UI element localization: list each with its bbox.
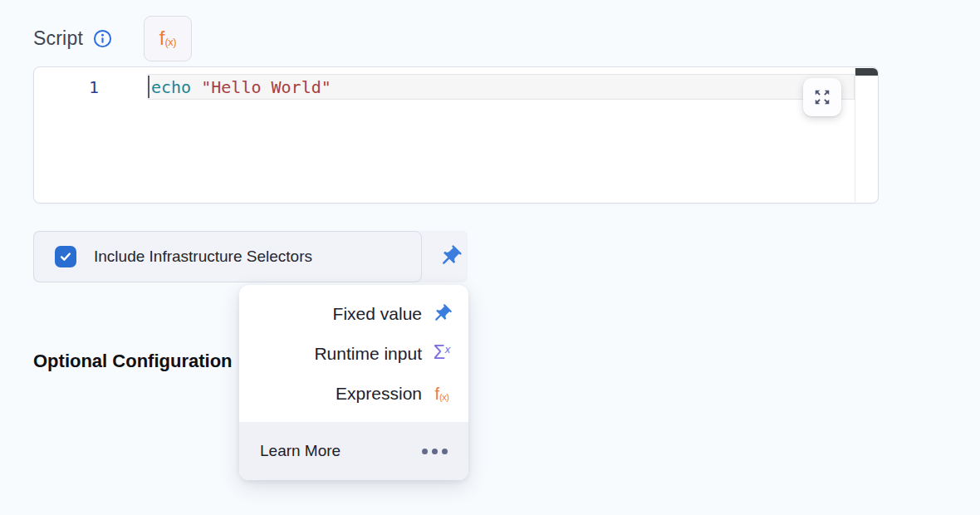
include-infrastructure-selectors-label: Include Infrastructure Selectors bbox=[94, 248, 312, 266]
expression-toggle-button[interactable]: f (x) bbox=[144, 16, 192, 61]
menu-item-expression[interactable]: Expression f(x) bbox=[239, 374, 468, 414]
expand-editor-button[interactable] bbox=[803, 78, 841, 116]
script-header: Script f (x) bbox=[33, 18, 192, 58]
expand-icon bbox=[813, 88, 831, 106]
infrastructure-selectors-row: Include Infrastructure Selectors bbox=[33, 231, 468, 282]
learn-more-label: Learn More bbox=[260, 442, 341, 460]
learn-more-row[interactable]: Learn More bbox=[239, 422, 468, 480]
value-type-menu: Fixed value Runtime input Σx Expression bbox=[239, 285, 468, 480]
value-type-pin-button[interactable] bbox=[438, 244, 463, 269]
menu-item-runtime-input[interactable]: Runtime input Σx bbox=[239, 334, 468, 374]
editor-line-number: 1 bbox=[34, 75, 99, 100]
code-token-string: "Hello World" bbox=[201, 77, 331, 97]
include-infrastructure-selectors-checkbox[interactable] bbox=[55, 246, 76, 267]
runtime-input-sigma-icon: Σx bbox=[431, 343, 453, 365]
editor-scrollbar-track[interactable] bbox=[855, 68, 855, 202]
script-code-editor[interactable]: 1 echo "Hello World" bbox=[33, 66, 879, 204]
pin-icon bbox=[431, 303, 453, 325]
info-icon[interactable] bbox=[93, 29, 112, 48]
checkmark-icon bbox=[58, 249, 73, 264]
editor-overview-ruler-mark bbox=[855, 68, 878, 76]
value-type-menu-items: Fixed value Runtime input Σx Expression bbox=[239, 285, 468, 414]
pin-icon bbox=[438, 244, 463, 269]
fx-icon: f bbox=[159, 28, 165, 48]
editor-cursor bbox=[148, 76, 149, 98]
editor-code-line[interactable]: echo "Hello World" bbox=[151, 75, 331, 100]
menu-item-fixed-value[interactable]: Fixed value bbox=[239, 294, 468, 334]
code-token-command: echo bbox=[151, 77, 191, 97]
expression-fx-icon: f(x) bbox=[431, 383, 453, 405]
infrastructure-selectors-field[interactable]: Include Infrastructure Selectors bbox=[33, 231, 422, 282]
ellipsis-icon bbox=[422, 449, 448, 454]
optional-configuration-heading: Optional Configuration bbox=[33, 351, 233, 372]
script-field-label: Script bbox=[33, 27, 83, 50]
step-config-page: Script f (x) 1 echo "Hello World" bbox=[0, 0, 980, 515]
